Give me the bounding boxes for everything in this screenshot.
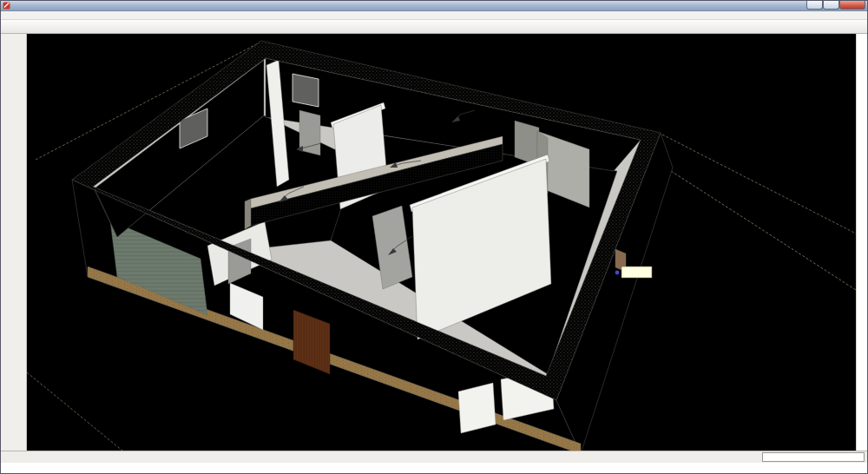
facade-window-1[interactable] <box>458 383 496 433</box>
model-scene[interactable] <box>27 34 856 451</box>
bottom-strip <box>1 463 867 474</box>
close-button[interactable] <box>839 1 865 10</box>
sketchup-logo-icon <box>3 2 10 10</box>
minimize-button[interactable] <box>806 1 823 10</box>
title-bar <box>1 1 867 11</box>
inference-point <box>615 271 620 275</box>
sketchup-window <box>0 0 868 474</box>
right-gutter <box>856 34 867 451</box>
window-opening-back[interactable] <box>293 74 319 107</box>
maximize-button[interactable] <box>823 1 839 10</box>
tool-palette <box>1 34 27 451</box>
viewport-3d[interactable] <box>27 34 856 451</box>
status-bar <box>1 451 867 463</box>
main-toolbar <box>1 20 867 34</box>
measurement-input[interactable] <box>762 452 865 462</box>
menu-bar <box>1 11 867 20</box>
